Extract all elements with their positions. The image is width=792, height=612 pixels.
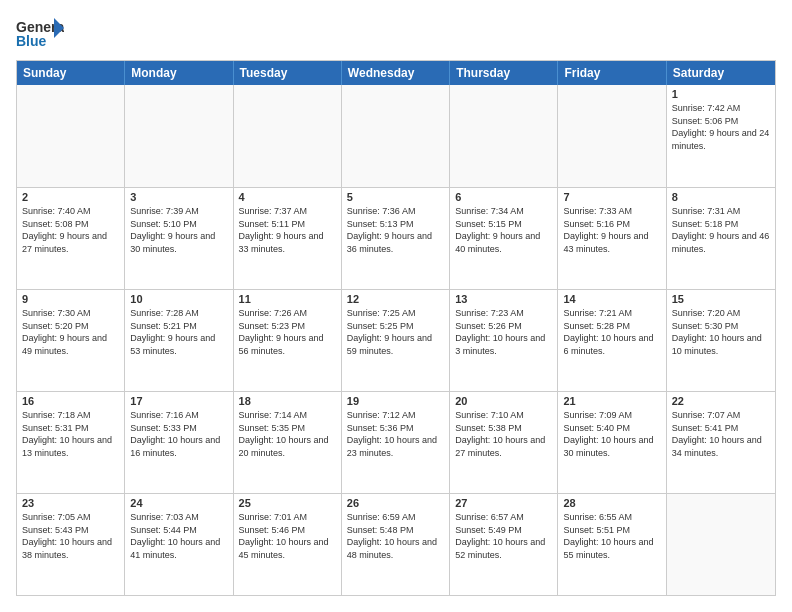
weekday-header-wednesday: Wednesday: [342, 61, 450, 85]
calendar-cell: 24Sunrise: 7:03 AM Sunset: 5:44 PM Dayli…: [125, 494, 233, 595]
day-info: Sunrise: 7:12 AM Sunset: 5:36 PM Dayligh…: [347, 409, 444, 459]
calendar-cell: 8Sunrise: 7:31 AM Sunset: 5:18 PM Daylig…: [667, 188, 775, 289]
svg-text:Blue: Blue: [16, 33, 47, 49]
calendar-cell: 26Sunrise: 6:59 AM Sunset: 5:48 PM Dayli…: [342, 494, 450, 595]
calendar: SundayMondayTuesdayWednesdayThursdayFrid…: [16, 60, 776, 596]
day-number: 21: [563, 395, 660, 407]
day-number: 12: [347, 293, 444, 305]
day-number: 17: [130, 395, 227, 407]
calendar-cell: 5Sunrise: 7:36 AM Sunset: 5:13 PM Daylig…: [342, 188, 450, 289]
calendar-cell: 7Sunrise: 7:33 AM Sunset: 5:16 PM Daylig…: [558, 188, 666, 289]
day-info: Sunrise: 6:57 AM Sunset: 5:49 PM Dayligh…: [455, 511, 552, 561]
calendar-cell: 18Sunrise: 7:14 AM Sunset: 5:35 PM Dayli…: [234, 392, 342, 493]
calendar-body: 1Sunrise: 7:42 AM Sunset: 5:06 PM Daylig…: [17, 85, 775, 595]
weekday-header-friday: Friday: [558, 61, 666, 85]
calendar-cell: 2Sunrise: 7:40 AM Sunset: 5:08 PM Daylig…: [17, 188, 125, 289]
calendar-cell: 4Sunrise: 7:37 AM Sunset: 5:11 PM Daylig…: [234, 188, 342, 289]
calendar-cell: 17Sunrise: 7:16 AM Sunset: 5:33 PM Dayli…: [125, 392, 233, 493]
calendar-cell: 6Sunrise: 7:34 AM Sunset: 5:15 PM Daylig…: [450, 188, 558, 289]
calendar-row-5: 23Sunrise: 7:05 AM Sunset: 5:43 PM Dayli…: [17, 493, 775, 595]
weekday-header-thursday: Thursday: [450, 61, 558, 85]
calendar-cell: 22Sunrise: 7:07 AM Sunset: 5:41 PM Dayli…: [667, 392, 775, 493]
day-info: Sunrise: 7:23 AM Sunset: 5:26 PM Dayligh…: [455, 307, 552, 357]
day-number: 20: [455, 395, 552, 407]
day-info: Sunrise: 7:31 AM Sunset: 5:18 PM Dayligh…: [672, 205, 770, 255]
day-number: 25: [239, 497, 336, 509]
day-number: 22: [672, 395, 770, 407]
day-info: Sunrise: 7:40 AM Sunset: 5:08 PM Dayligh…: [22, 205, 119, 255]
day-number: 8: [672, 191, 770, 203]
day-info: Sunrise: 6:59 AM Sunset: 5:48 PM Dayligh…: [347, 511, 444, 561]
day-info: Sunrise: 7:33 AM Sunset: 5:16 PM Dayligh…: [563, 205, 660, 255]
day-info: Sunrise: 7:10 AM Sunset: 5:38 PM Dayligh…: [455, 409, 552, 459]
calendar-cell: [667, 494, 775, 595]
calendar-cell: 27Sunrise: 6:57 AM Sunset: 5:49 PM Dayli…: [450, 494, 558, 595]
calendar-row-3: 9Sunrise: 7:30 AM Sunset: 5:20 PM Daylig…: [17, 289, 775, 391]
day-info: Sunrise: 7:20 AM Sunset: 5:30 PM Dayligh…: [672, 307, 770, 357]
calendar-cell: [17, 85, 125, 187]
day-number: 2: [22, 191, 119, 203]
calendar-cell: [234, 85, 342, 187]
calendar-cell: 3Sunrise: 7:39 AM Sunset: 5:10 PM Daylig…: [125, 188, 233, 289]
day-number: 23: [22, 497, 119, 509]
day-info: Sunrise: 7:37 AM Sunset: 5:11 PM Dayligh…: [239, 205, 336, 255]
day-info: Sunrise: 7:36 AM Sunset: 5:13 PM Dayligh…: [347, 205, 444, 255]
calendar-cell: 15Sunrise: 7:20 AM Sunset: 5:30 PM Dayli…: [667, 290, 775, 391]
day-number: 16: [22, 395, 119, 407]
day-number: 18: [239, 395, 336, 407]
calendar-cell: 13Sunrise: 7:23 AM Sunset: 5:26 PM Dayli…: [450, 290, 558, 391]
day-info: Sunrise: 7:14 AM Sunset: 5:35 PM Dayligh…: [239, 409, 336, 459]
day-info: Sunrise: 7:03 AM Sunset: 5:44 PM Dayligh…: [130, 511, 227, 561]
calendar-cell: 25Sunrise: 7:01 AM Sunset: 5:46 PM Dayli…: [234, 494, 342, 595]
day-number: 28: [563, 497, 660, 509]
calendar-cell: 19Sunrise: 7:12 AM Sunset: 5:36 PM Dayli…: [342, 392, 450, 493]
day-number: 7: [563, 191, 660, 203]
calendar-cell: 1Sunrise: 7:42 AM Sunset: 5:06 PM Daylig…: [667, 85, 775, 187]
logo: GeneralBlue: [16, 16, 64, 52]
day-number: 19: [347, 395, 444, 407]
calendar-row-2: 2Sunrise: 7:40 AM Sunset: 5:08 PM Daylig…: [17, 187, 775, 289]
calendar-row-4: 16Sunrise: 7:18 AM Sunset: 5:31 PM Dayli…: [17, 391, 775, 493]
day-number: 14: [563, 293, 660, 305]
day-number: 3: [130, 191, 227, 203]
calendar-cell: 11Sunrise: 7:26 AM Sunset: 5:23 PM Dayli…: [234, 290, 342, 391]
calendar-cell: 10Sunrise: 7:28 AM Sunset: 5:21 PM Dayli…: [125, 290, 233, 391]
weekday-header-tuesday: Tuesday: [234, 61, 342, 85]
day-info: Sunrise: 7:39 AM Sunset: 5:10 PM Dayligh…: [130, 205, 227, 255]
logo-svg: GeneralBlue: [16, 16, 64, 52]
day-info: Sunrise: 7:34 AM Sunset: 5:15 PM Dayligh…: [455, 205, 552, 255]
day-info: Sunrise: 7:18 AM Sunset: 5:31 PM Dayligh…: [22, 409, 119, 459]
day-number: 11: [239, 293, 336, 305]
day-number: 10: [130, 293, 227, 305]
day-info: Sunrise: 7:16 AM Sunset: 5:33 PM Dayligh…: [130, 409, 227, 459]
calendar-cell: [450, 85, 558, 187]
calendar-cell: 16Sunrise: 7:18 AM Sunset: 5:31 PM Dayli…: [17, 392, 125, 493]
calendar-cell: 21Sunrise: 7:09 AM Sunset: 5:40 PM Dayli…: [558, 392, 666, 493]
day-info: Sunrise: 7:09 AM Sunset: 5:40 PM Dayligh…: [563, 409, 660, 459]
calendar-cell: [558, 85, 666, 187]
day-info: Sunrise: 7:42 AM Sunset: 5:06 PM Dayligh…: [672, 102, 770, 152]
calendar-cell: 28Sunrise: 6:55 AM Sunset: 5:51 PM Dayli…: [558, 494, 666, 595]
day-number: 9: [22, 293, 119, 305]
day-info: Sunrise: 7:25 AM Sunset: 5:25 PM Dayligh…: [347, 307, 444, 357]
day-number: 24: [130, 497, 227, 509]
day-number: 15: [672, 293, 770, 305]
day-number: 1: [672, 88, 770, 100]
day-number: 26: [347, 497, 444, 509]
day-info: Sunrise: 7:05 AM Sunset: 5:43 PM Dayligh…: [22, 511, 119, 561]
day-number: 13: [455, 293, 552, 305]
weekday-header-monday: Monday: [125, 61, 233, 85]
calendar-cell: 14Sunrise: 7:21 AM Sunset: 5:28 PM Dayli…: [558, 290, 666, 391]
day-info: Sunrise: 7:01 AM Sunset: 5:46 PM Dayligh…: [239, 511, 336, 561]
calendar-row-1: 1Sunrise: 7:42 AM Sunset: 5:06 PM Daylig…: [17, 85, 775, 187]
calendar-cell: 23Sunrise: 7:05 AM Sunset: 5:43 PM Dayli…: [17, 494, 125, 595]
day-info: Sunrise: 6:55 AM Sunset: 5:51 PM Dayligh…: [563, 511, 660, 561]
calendar-header: SundayMondayTuesdayWednesdayThursdayFrid…: [17, 61, 775, 85]
day-info: Sunrise: 7:30 AM Sunset: 5:20 PM Dayligh…: [22, 307, 119, 357]
day-number: 6: [455, 191, 552, 203]
day-info: Sunrise: 7:21 AM Sunset: 5:28 PM Dayligh…: [563, 307, 660, 357]
calendar-cell: 20Sunrise: 7:10 AM Sunset: 5:38 PM Dayli…: [450, 392, 558, 493]
day-number: 5: [347, 191, 444, 203]
day-info: Sunrise: 7:28 AM Sunset: 5:21 PM Dayligh…: [130, 307, 227, 357]
day-number: 4: [239, 191, 336, 203]
